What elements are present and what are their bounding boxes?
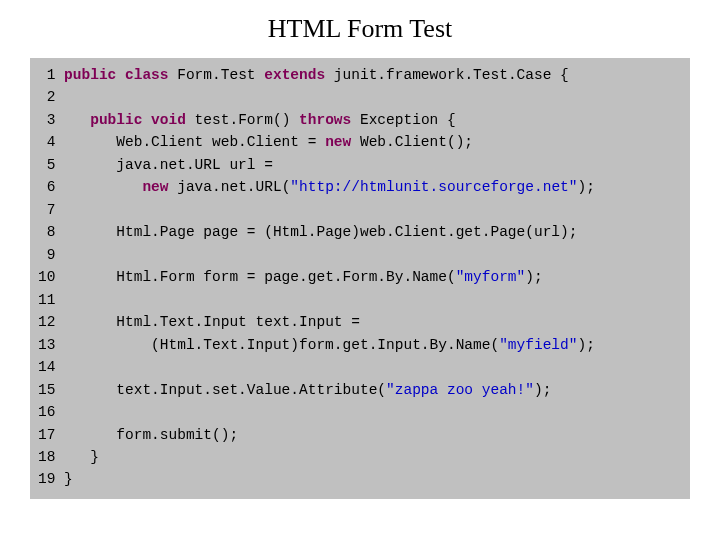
line-number: 8: [38, 221, 55, 243]
line-number: 10: [38, 266, 55, 288]
line-number: 12: [38, 311, 55, 333]
code-line: 14: [38, 356, 682, 378]
line-number: 13: [38, 334, 55, 356]
code-line: 10 Html.Form form = page.get.Form.By.Nam…: [38, 266, 682, 288]
code-line: 13 (Html.Text.Input)form.get.Input.By.Na…: [38, 334, 682, 356]
line-number: 16: [38, 401, 55, 423]
page-title: HTML Form Test: [30, 14, 690, 44]
keyword: public: [90, 112, 142, 128]
code-line: 17 form.submit();: [38, 424, 682, 446]
code-block: 1public class Form.Test extends junit.fr…: [30, 58, 690, 499]
code-content: [64, 356, 682, 378]
code-content: }: [64, 446, 682, 468]
line-number: 4: [38, 131, 55, 153]
code-line: 1public class Form.Test extends junit.fr…: [38, 64, 682, 86]
line-number: 11: [38, 289, 55, 311]
code-content: public class Form.Test extends junit.fra…: [64, 64, 682, 86]
keyword: void: [151, 112, 186, 128]
string-literal: "zappa zoo yeah!": [386, 382, 534, 398]
code-content: [64, 199, 682, 221]
code-content: [64, 401, 682, 423]
code-content: form.submit();: [64, 424, 682, 446]
line-number: 9: [38, 244, 55, 266]
line-number: 6: [38, 176, 55, 198]
keyword: public: [64, 67, 116, 83]
code-line: 11: [38, 289, 682, 311]
code-content: public void test.Form() throws Exception…: [64, 109, 682, 131]
code-line: 8 Html.Page page = (Html.Page)web.Client…: [38, 221, 682, 243]
code-content: Html.Page page = (Html.Page)web.Client.g…: [64, 221, 682, 243]
code-content: (Html.Text.Input)form.get.Input.By.Name(…: [64, 334, 682, 356]
line-number: 14: [38, 356, 55, 378]
keyword: new: [325, 134, 351, 150]
slide: HTML Form Test 1public class Form.Test e…: [0, 0, 720, 519]
line-number: 7: [38, 199, 55, 221]
code-line: 5 java.net.URL url =: [38, 154, 682, 176]
string-literal: "myfield": [499, 337, 577, 353]
keyword: class: [125, 67, 169, 83]
line-number: 19: [38, 468, 55, 490]
code-content: Html.Text.Input text.Input =: [64, 311, 682, 333]
code-content: text.Input.set.Value.Attribute("zappa zo…: [64, 379, 682, 401]
code-line: 9: [38, 244, 682, 266]
string-literal: "myform": [456, 269, 526, 285]
line-number: 15: [38, 379, 55, 401]
line-number: 17: [38, 424, 55, 446]
code-content: new java.net.URL("http://htmlunit.source…: [64, 176, 682, 198]
code-content: Html.Form form = page.get.Form.By.Name("…: [64, 266, 682, 288]
line-number: 3: [38, 109, 55, 131]
code-content: [64, 86, 682, 108]
code-line: 6 new java.net.URL("http://htmlunit.sour…: [38, 176, 682, 198]
code-content: [64, 244, 682, 266]
code-line: 2: [38, 86, 682, 108]
line-number: 18: [38, 446, 55, 468]
line-number: 2: [38, 86, 55, 108]
line-number: 1: [38, 64, 55, 86]
keyword: new: [142, 179, 168, 195]
code-content: java.net.URL url =: [64, 154, 682, 176]
code-line: 3 public void test.Form() throws Excepti…: [38, 109, 682, 131]
line-number: 5: [38, 154, 55, 176]
code-line: 19}: [38, 468, 682, 490]
code-content: }: [64, 468, 682, 490]
code-line: 12 Html.Text.Input text.Input =: [38, 311, 682, 333]
code-line: 15 text.Input.set.Value.Attribute("zappa…: [38, 379, 682, 401]
code-line: 7: [38, 199, 682, 221]
code-content: [64, 289, 682, 311]
keyword: extends: [264, 67, 325, 83]
string-literal: "http://htmlunit.sourceforge.net": [290, 179, 577, 195]
code-line: 18 }: [38, 446, 682, 468]
code-content: Web.Client web.Client = new Web.Client()…: [64, 131, 682, 153]
code-line: 4 Web.Client web.Client = new Web.Client…: [38, 131, 682, 153]
keyword: throws: [299, 112, 351, 128]
code-line: 16: [38, 401, 682, 423]
